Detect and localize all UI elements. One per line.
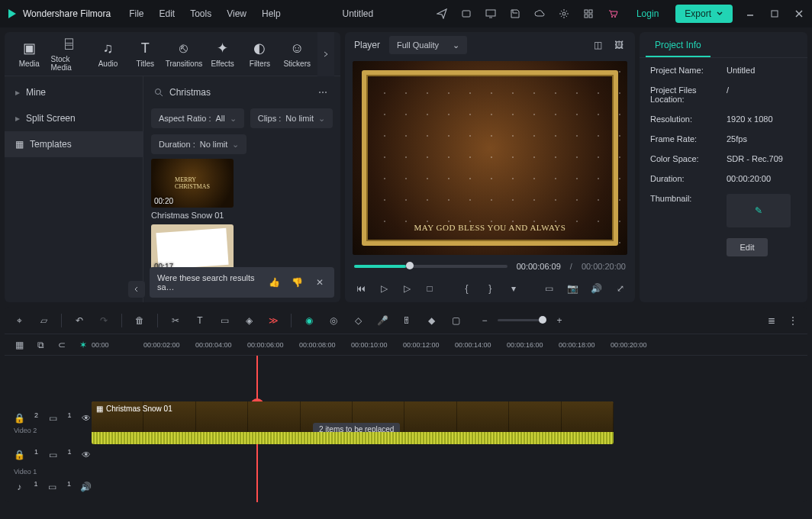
text-icon[interactable]: T — [193, 314, 207, 327]
collapse-sidebar-button[interactable] — [128, 281, 145, 298]
next-frame-icon[interactable]: ▷ — [400, 282, 414, 295]
crop-icon[interactable]: ▭ — [218, 314, 231, 327]
tracking-icon[interactable]: ◎ — [327, 314, 340, 327]
filter-clips[interactable]: Clips :No limit⌄ — [250, 108, 333, 128]
device-icon[interactable] — [459, 7, 473, 21]
window-close-icon[interactable] — [792, 7, 806, 21]
menu-file[interactable]: File — [129, 8, 143, 19]
snap-icon[interactable]: ✶ — [76, 338, 90, 352]
delete-icon[interactable]: 🗑 — [133, 314, 147, 327]
voice-icon[interactable]: 🎤 — [375, 314, 389, 327]
magnet-icon[interactable]: ⊂ — [55, 338, 69, 352]
mask-icon[interactable]: ◇ — [351, 314, 365, 327]
undo-icon[interactable]: ↶ — [72, 314, 86, 327]
thumbnail-label: Thumbnail: — [650, 194, 716, 227]
track-label: Video 1 — [14, 468, 37, 475]
mute-icon[interactable]: ▭ — [47, 448, 58, 462]
keyframe-icon[interactable]: ◆ — [424, 314, 438, 327]
more-options-icon[interactable]: ⋯ — [316, 85, 330, 99]
preview-video[interactable]: MAY GOD BLESS YOU AND ALWAYS — [353, 61, 627, 255]
tab-audio[interactable]: ♫Audio — [91, 40, 125, 68]
zoom-slider[interactable] — [498, 319, 546, 321]
sidebar-item-mine[interactable]: ▸Mine — [5, 79, 143, 105]
save-icon[interactable] — [508, 7, 522, 21]
settings-icon[interactable] — [557, 7, 571, 21]
lock-icon[interactable]: 🔒 — [14, 448, 25, 462]
scrub-bar[interactable] — [354, 265, 508, 268]
volume-icon[interactable]: 🔊 — [80, 480, 92, 494]
mute-icon[interactable]: ▭ — [47, 411, 58, 425]
split-icon[interactable]: ✂ — [169, 314, 182, 327]
close-icon[interactable]: ✕ — [313, 276, 327, 289]
send-icon[interactable] — [435, 7, 449, 21]
sidebar-item-split-screen[interactable]: ▸Split Screen — [5, 105, 143, 131]
tab-media[interactable]: ▣Media — [11, 40, 48, 68]
display-icon[interactable]: ▭ — [543, 282, 555, 295]
menu-tools[interactable]: Tools — [190, 8, 211, 19]
compare-icon[interactable]: ◫ — [591, 38, 604, 52]
effects-icon: ✦ — [217, 40, 228, 56]
redo-icon[interactable]: ↷ — [97, 314, 111, 327]
filter-duration[interactable]: Duration :No limit⌄ — [151, 134, 246, 154]
monitor-icon[interactable] — [484, 7, 498, 21]
tab-filters[interactable]: ◐Filters — [243, 40, 277, 68]
zoom-out-icon[interactable]: − — [478, 314, 491, 327]
options-icon[interactable]: ⋮ — [786, 314, 800, 327]
marker-add-icon[interactable]: ▢ — [449, 314, 462, 327]
selection-tool-icon[interactable]: ▱ — [37, 314, 50, 327]
tab-titles[interactable]: TTitles — [128, 40, 163, 68]
login-button[interactable]: Login — [630, 5, 665, 22]
menu-help[interactable]: Help — [262, 8, 281, 19]
cart-icon[interactable] — [606, 7, 620, 21]
location-label: Project Files Location: — [650, 85, 716, 104]
mark-out-icon[interactable]: } — [485, 282, 496, 295]
cloud-icon[interactable] — [533, 7, 546, 21]
audio-track-icon[interactable]: ♪ — [14, 480, 24, 494]
stop-icon[interactable]: □ — [423, 282, 437, 295]
edit-button[interactable]: Edit — [727, 238, 768, 256]
hide-icon[interactable]: 👁 — [81, 448, 92, 462]
color-icon[interactable]: ◈ — [242, 314, 256, 327]
mark-in-icon[interactable]: { — [461, 282, 472, 295]
colorspace-value: SDR - Rec.709 — [727, 154, 783, 163]
lock-icon[interactable]: 🔒 — [14, 411, 25, 425]
thumbs-down-icon[interactable]: 👎 — [290, 276, 304, 289]
speed-icon[interactable]: ≫ — [266, 314, 280, 327]
menu-edit[interactable]: Edit — [160, 8, 176, 19]
timeline-ruler[interactable]: ▦ ⧉ ⊂ ✶ 00:00 00:00:02:00 00:00:04:00 00… — [5, 334, 807, 356]
menu-view[interactable]: View — [227, 8, 246, 19]
sidebar-item-templates[interactable]: ▦Templates — [5, 131, 143, 157]
mute-icon[interactable]: ▭ — [47, 480, 58, 494]
marker-icon[interactable]: ▾ — [508, 282, 520, 295]
tab-effects[interactable]: ✦Effects — [205, 40, 240, 68]
track-layout-icon[interactable]: ▦ — [12, 338, 26, 352]
snapshot-icon[interactable]: 🖼 — [612, 38, 626, 52]
play-icon[interactable]: ▷ — [377, 282, 391, 295]
tab-transitions[interactable]: ⎋Transitions — [166, 40, 203, 68]
tab-stock-media[interactable]: ⌸Stock Media — [51, 36, 89, 72]
cursor-tool-icon[interactable]: ⌖ — [12, 314, 26, 327]
template-item[interactable]: MERRYCHRISTMAS 00:20 Christmas Snow 01 — [151, 159, 333, 220]
ai-icon[interactable]: ◉ — [302, 314, 316, 327]
search-input[interactable] — [169, 87, 310, 98]
tab-stickers[interactable]: ☺Stickers — [280, 40, 314, 68]
window-minimize-icon[interactable] — [743, 7, 757, 21]
export-button[interactable]: Export — [675, 5, 733, 23]
window-maximize-icon[interactable] — [768, 7, 781, 21]
camera-snapshot-icon[interactable]: 📷 — [567, 282, 578, 295]
link-icon[interactable]: ⧉ — [34, 338, 47, 352]
filter-aspect-ratio[interactable]: Aspect Ratio :All⌄ — [151, 108, 244, 128]
quality-dropdown[interactable]: Full Quality⌄ — [389, 36, 467, 54]
zoom-in-icon[interactable]: + — [553, 314, 566, 327]
mixer-icon[interactable]: 🎚 — [400, 314, 414, 327]
fullscreen-icon[interactable]: ⤢ — [614, 282, 626, 295]
hide-icon[interactable]: 👁 — [81, 411, 92, 425]
tab-project-info[interactable]: Project Info — [646, 34, 710, 57]
prev-frame-icon[interactable]: ⏮ — [354, 282, 368, 295]
list-view-icon[interactable]: ≣ — [765, 314, 778, 327]
volume-icon[interactable]: 🔊 — [591, 282, 602, 295]
thumbs-up-icon[interactable]: 👍 — [267, 276, 281, 289]
pencil-icon[interactable]: ✎ — [755, 205, 762, 216]
tabs-more-button[interactable] — [317, 32, 334, 76]
apps-icon[interactable] — [582, 7, 595, 21]
